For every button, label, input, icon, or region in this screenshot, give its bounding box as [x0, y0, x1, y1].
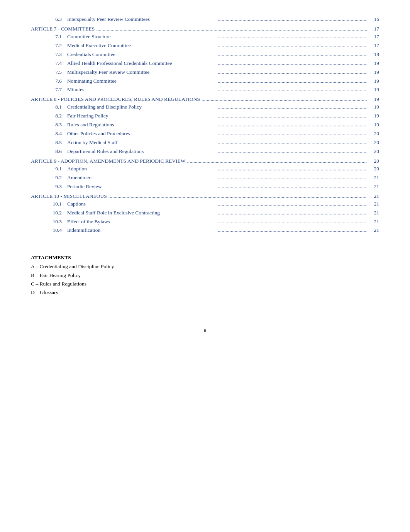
toc-dots: [218, 86, 367, 94]
toc-number: 8.1: [31, 103, 62, 111]
toc-number: 8.2: [31, 112, 62, 120]
toc-article-row[interactable]: ARTICLE 10 - MISCELLANEOUS 21: [31, 193, 379, 199]
toc-dots: [218, 130, 367, 138]
article-label: ARTICLE 7 - COMMITTEES: [31, 26, 95, 32]
toc-page: 21: [368, 218, 379, 226]
toc-indent-row[interactable]: 9.3 Periodic Review 21: [31, 183, 379, 191]
attachment-item: A – Credentialing and Discipline Policy: [31, 262, 379, 271]
toc-page: 19: [368, 77, 379, 85]
toc-page: 17: [368, 26, 379, 32]
toc-page: 21: [368, 193, 379, 199]
toc-page: 20: [368, 130, 379, 138]
toc-page: 19: [368, 86, 379, 94]
toc-article-row[interactable]: ARTICLE 9 - ADOPTION, AMENDMENTS AND PER…: [31, 158, 379, 164]
toc-label: Allied Health Professional Credentials C…: [67, 59, 216, 68]
toc-number: 7.4: [31, 59, 62, 68]
toc-dots: [218, 174, 367, 182]
toc-dots: [218, 51, 367, 59]
toc-label: Fair Hearing Policy: [67, 112, 216, 120]
toc-label: Interspecialty Peer Review Committees: [67, 15, 216, 24]
toc-indent-row[interactable]: 8.2 Fair Hearing Policy 19: [31, 112, 379, 120]
toc-label: Medical Executive Committee: [67, 42, 216, 50]
toc-dots: [218, 148, 367, 156]
toc-indent-row[interactable]: 7.2 Medical Executive Committee 17: [31, 42, 379, 50]
toc-page: 17: [368, 33, 379, 41]
toc-number: 9.3: [31, 183, 62, 191]
toc-page: 19: [368, 59, 379, 68]
toc-label: Adoption: [67, 165, 216, 173]
toc-indent-row[interactable]: 10.1 Captions 21: [31, 200, 379, 208]
toc-indent-row[interactable]: 7.6 Nominating Committee 19: [31, 77, 379, 85]
toc-page: 20: [368, 148, 379, 156]
toc-number: 7.3: [31, 51, 62, 59]
table-of-contents: 6.3 Interspecialty Peer Review Committee…: [31, 15, 379, 297]
toc-number: 8.3: [31, 121, 62, 129]
toc-indent-row[interactable]: 8.5 Action by Medical Staff 20: [31, 139, 379, 147]
toc-page: 19: [368, 103, 379, 111]
toc-dots: [218, 139, 367, 147]
article-label: ARTICLE 10 - MISCELLANEOUS: [31, 193, 107, 199]
toc-dots: [218, 165, 367, 173]
toc-dots: [218, 209, 367, 217]
toc-label: Medical Staff Role in Exclusive Contract…: [67, 209, 216, 217]
toc-indent-row[interactable]: 7.3 Credentials Committee 18: [31, 51, 379, 59]
toc-page: 21: [368, 183, 379, 191]
toc-page: 16: [368, 15, 379, 24]
article-label: ARTICLE 8 - POLICIES AND PROCEDURES; RUL…: [31, 96, 200, 102]
toc-page: 21: [368, 209, 379, 217]
toc-label: Multispecialty Peer Review Committee: [67, 68, 216, 76]
toc-dots: [218, 200, 367, 208]
toc-page: 19: [368, 121, 379, 129]
toc-indent-row[interactable]: 6.3 Interspecialty Peer Review Committee…: [31, 15, 379, 24]
toc-indent-row[interactable]: 8.3 Rules and Regulations 19: [31, 121, 379, 129]
toc-indent-row[interactable]: 7.4 Allied Health Professional Credentia…: [31, 59, 379, 68]
toc-number: 10.2: [31, 209, 62, 217]
toc-number: 8.4: [31, 130, 62, 138]
toc-number: 7.6: [31, 77, 62, 85]
attachment-item: D – Glossary: [31, 288, 379, 297]
toc-label: Effect of the Bylaws: [67, 218, 216, 226]
attachments-title: ATTACHMENTS: [31, 255, 379, 261]
toc-number: 7.5: [31, 68, 62, 76]
toc-indent-row[interactable]: 8.1 Credentialing and Discipline Policy …: [31, 103, 379, 111]
toc-dots: [218, 183, 367, 191]
toc-page: 20: [368, 139, 379, 147]
toc-dots: [218, 59, 367, 68]
toc-label: Other Policies and Procedures: [67, 130, 216, 138]
toc-indent-row[interactable]: 7.1 Committee Structure 17: [31, 33, 379, 41]
attachment-item: C – Rules and Regulations: [31, 280, 379, 288]
toc-number: 10.1: [31, 200, 62, 208]
toc-page: 21: [368, 226, 379, 235]
toc-indent-row[interactable]: 7.7 Minutes 19: [31, 86, 379, 94]
toc-dots: [218, 103, 367, 111]
toc-label: Action by Medical Staff: [67, 139, 216, 147]
toc-number: 10.4: [31, 226, 62, 235]
toc-label: Minutes: [67, 86, 216, 94]
toc-indent-row[interactable]: 8.4 Other Policies and Procedures 20: [31, 130, 379, 138]
toc-label: Indemnification: [67, 226, 216, 235]
toc-indent-row[interactable]: 10.2 Medical Staff Role in Exclusive Con…: [31, 209, 379, 217]
toc-dots: [187, 158, 367, 164]
toc-label: Nominating Committee: [67, 77, 216, 85]
toc-dots: [218, 42, 367, 50]
toc-indent-row[interactable]: 9.2 Amendment 21: [31, 174, 379, 182]
toc-number: 7.2: [31, 42, 62, 50]
toc-dots: [218, 77, 367, 85]
article-label: ARTICLE 9 - ADOPTION, AMENDMENTS AND PER…: [31, 158, 185, 164]
page-number: ii: [31, 328, 379, 334]
toc-page: 19: [368, 112, 379, 120]
toc-number: 7.7: [31, 86, 62, 94]
toc-article-row[interactable]: ARTICLE 8 - POLICIES AND PROCEDURES; RUL…: [31, 96, 379, 102]
toc-number: 6.3: [31, 15, 62, 24]
toc-indent-row[interactable]: 8.6 Departmental Rules and Regulations 2…: [31, 148, 379, 156]
toc-label: Rules and Regulations: [67, 121, 216, 129]
toc-label: Committee Structure: [67, 33, 216, 41]
toc-page: 18: [368, 51, 379, 59]
toc-page: 20: [368, 158, 379, 164]
toc-indent-row[interactable]: 10.3 Effect of the Bylaws 21: [31, 218, 379, 226]
toc-indent-row[interactable]: 10.4 Indemnification 21: [31, 226, 379, 235]
toc-dots: [218, 226, 367, 235]
toc-indent-row[interactable]: 7.5 Multispecialty Peer Review Committee…: [31, 68, 379, 76]
toc-indent-row[interactable]: 9.1 Adoption 20: [31, 165, 379, 173]
toc-article-row[interactable]: ARTICLE 7 - COMMITTEES 17: [31, 26, 379, 32]
